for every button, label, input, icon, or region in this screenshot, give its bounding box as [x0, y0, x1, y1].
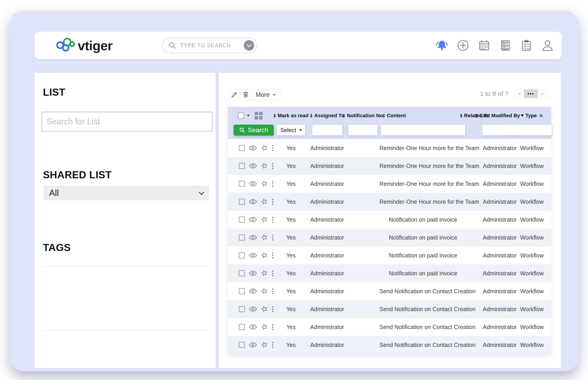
- table-row[interactable]: Yes Administrator Notification on paid i…: [228, 228, 551, 247]
- grid-view-icon[interactable]: [255, 112, 263, 120]
- preview-eye-icon[interactable]: [249, 342, 257, 348]
- shared-list-select[interactable]: All: [44, 186, 209, 200]
- column-header-content[interactable]: Content: [379, 113, 467, 119]
- cell-type: Workflow: [513, 324, 551, 330]
- row-checkbox[interactable]: [239, 342, 245, 348]
- caret-down-icon: [299, 129, 302, 131]
- vtiger-logo[interactable]: vtiger: [55, 32, 113, 59]
- column-header-assigned-to[interactable]: Assigned To: [308, 113, 346, 119]
- list-search-input[interactable]: [41, 112, 212, 132]
- table-row[interactable]: Yes Administrator Reminder-One Hour more…: [228, 193, 551, 211]
- row-checkbox[interactable]: [239, 288, 245, 294]
- follow-star-icon[interactable]: [261, 180, 268, 187]
- global-search-input[interactable]: [180, 42, 244, 49]
- preview-eye-icon[interactable]: [249, 288, 257, 294]
- activity-journal-icon[interactable]: [499, 39, 511, 51]
- table-row[interactable]: Yes Administrator Reminder-One Hour more…: [228, 139, 551, 157]
- row-menu-kebab-icon[interactable]: [272, 342, 274, 348]
- row-menu-kebab-icon[interactable]: [272, 270, 274, 277]
- row-checkbox[interactable]: [239, 234, 245, 241]
- follow-star-icon[interactable]: [261, 234, 268, 241]
- preview-eye-icon[interactable]: [249, 198, 257, 205]
- search-scope-dropdown-button[interactable]: [244, 40, 254, 51]
- sort-icon: [274, 114, 276, 118]
- preview-eye-icon[interactable]: [249, 145, 257, 151]
- filter-input-notification-no[interactable]: [348, 125, 377, 135]
- shared-list-section-title: SHARED LIST: [43, 169, 112, 181]
- table-row[interactable]: Yes Administrator Send Notification on C…: [228, 318, 551, 336]
- row-menu-kebab-icon[interactable]: [272, 198, 274, 205]
- row-menu-kebab-icon[interactable]: [272, 306, 274, 313]
- row-menu-kebab-icon[interactable]: [272, 163, 274, 169]
- follow-star-icon[interactable]: [261, 162, 268, 169]
- column-header-mark-as-read[interactable]: Mark as read: [274, 113, 308, 119]
- column-header-type-sorted[interactable]: Type ×: [513, 112, 551, 119]
- filter-input-last-modified-by[interactable]: [512, 125, 552, 135]
- checklist-clipboard-icon[interactable]: [521, 39, 532, 51]
- filter-input-content[interactable]: [381, 125, 465, 135]
- row-tools-cell: [228, 145, 274, 152]
- table-row[interactable]: Yes Administrator Reminder-One Hour more…: [228, 175, 551, 193]
- table-row[interactable]: Yes Administrator Send Notification on C…: [228, 282, 551, 300]
- filter-select-mark-as-read[interactable]: Select: [277, 125, 305, 135]
- table-row[interactable]: Yes Administrator Notification on paid i…: [228, 211, 551, 228]
- row-menu-kebab-icon[interactable]: [272, 216, 274, 223]
- preview-eye-icon[interactable]: [249, 181, 257, 187]
- preview-eye-icon[interactable]: [249, 270, 257, 277]
- follow-star-icon[interactable]: [261, 252, 268, 259]
- row-menu-kebab-icon[interactable]: [272, 145, 274, 152]
- follow-star-icon[interactable]: [261, 145, 268, 152]
- row-checkbox[interactable]: [239, 306, 245, 312]
- row-checkbox[interactable]: [239, 145, 245, 151]
- follow-star-icon[interactable]: [261, 306, 268, 313]
- selection-dropdown-caret-icon[interactable]: [247, 115, 250, 116]
- edit-button[interactable]: [228, 89, 240, 100]
- row-checkbox[interactable]: [239, 324, 245, 330]
- search-button[interactable]: Search: [234, 125, 274, 136]
- more-actions-button[interactable]: More: [251, 89, 280, 100]
- calendar-icon[interactable]: [478, 39, 490, 51]
- table-row[interactable]: Yes Administrator Reminder-One Hour more…: [228, 157, 551, 175]
- row-menu-kebab-icon[interactable]: [272, 288, 274, 295]
- previous-page-button[interactable]: ◄: [514, 90, 524, 98]
- table-row[interactable]: Yes Administrator Send Notification on C…: [228, 300, 551, 318]
- follow-star-icon[interactable]: [261, 342, 268, 348]
- filter-input-assigned-to[interactable]: [312, 125, 342, 135]
- row-checkbox[interactable]: [239, 181, 245, 187]
- preview-eye-icon[interactable]: [249, 324, 257, 330]
- preview-eye-icon[interactable]: [249, 252, 257, 259]
- delete-button[interactable]: [240, 89, 251, 100]
- table-row[interactable]: Yes Administrator Send Notification on C…: [228, 336, 551, 354]
- next-page-button[interactable]: ►: [538, 90, 547, 98]
- page-list-button[interactable]: •••: [524, 90, 538, 98]
- follow-star-icon[interactable]: [261, 288, 268, 295]
- column-header-last-modified-by[interactable]: Last Modified By: [483, 113, 513, 119]
- follow-star-icon[interactable]: [261, 198, 268, 205]
- notifications-bell-icon[interactable]: [436, 39, 448, 51]
- quick-create-plus-icon[interactable]: [457, 39, 469, 51]
- follow-star-icon[interactable]: [261, 270, 268, 277]
- follow-star-icon[interactable]: [261, 323, 268, 330]
- preview-eye-icon[interactable]: [249, 306, 257, 312]
- row-menu-kebab-icon[interactable]: [272, 234, 274, 241]
- user-profile-icon[interactable]: [542, 39, 553, 51]
- row-checkbox[interactable]: [239, 163, 245, 169]
- cell-mark-as-read: Yes: [274, 216, 308, 223]
- preview-eye-icon[interactable]: [249, 163, 257, 169]
- remove-sort-icon[interactable]: ×: [539, 112, 543, 119]
- table-row[interactable]: Yes Administrator Notification on paid i…: [228, 264, 551, 282]
- preview-eye-icon[interactable]: [249, 234, 257, 241]
- table-row[interactable]: Yes Administrator Notification on paid i…: [228, 247, 551, 264]
- row-checkbox[interactable]: [239, 252, 245, 258]
- select-all-checkbox[interactable]: [238, 113, 244, 119]
- row-menu-kebab-icon[interactable]: [272, 324, 274, 330]
- row-checkbox[interactable]: [239, 217, 245, 223]
- column-header-notification-no[interactable]: Notification No: [346, 113, 379, 119]
- row-checkbox[interactable]: [239, 199, 245, 205]
- preview-eye-icon[interactable]: [249, 216, 257, 223]
- row-checkbox[interactable]: [239, 270, 245, 276]
- row-menu-kebab-icon[interactable]: [272, 181, 274, 187]
- follow-star-icon[interactable]: [261, 216, 268, 223]
- filter-input-related-to[interactable]: [482, 125, 513, 135]
- row-menu-kebab-icon[interactable]: [272, 252, 274, 259]
